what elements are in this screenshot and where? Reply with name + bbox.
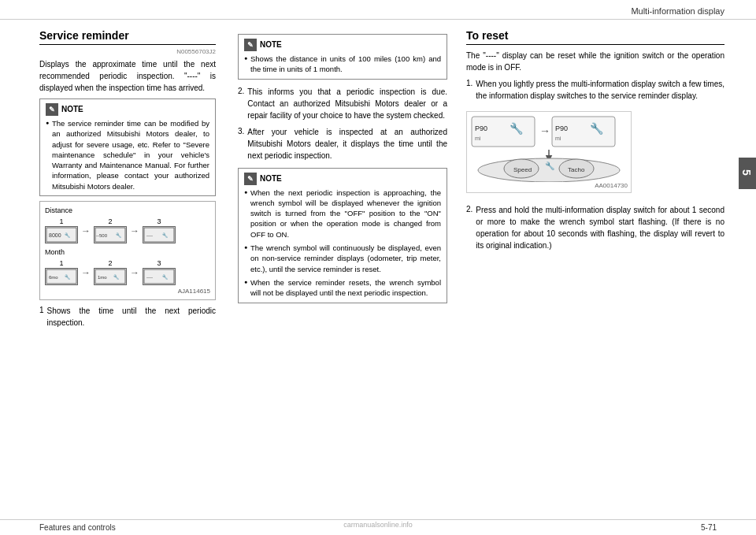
svg-text:P90: P90 — [475, 124, 487, 132]
content-area: Service reminder N00556703J2 Displays th… — [0, 20, 756, 519]
to-reset-text: The "----" display can be reset while th… — [466, 50, 724, 73]
gauge-m3: 3 ---- 🔧 — [143, 259, 176, 285]
step3-mid: 3. After your vehicle is inspected at an… — [238, 126, 447, 162]
diagram-box: Distance 1 8000 🔧 → — [39, 201, 216, 300]
arrow-d2: → — [130, 226, 139, 236]
diagram-caption: AJA114615 — [45, 288, 210, 295]
svg-text:----: ---- — [146, 275, 153, 280]
gauge-svg-m1: 6mo 🔧 — [46, 269, 77, 284]
step1-text: Shows the time until the next periodic i… — [47, 305, 216, 329]
step3-text-mid: After your vehicle is inspected at an au… — [247, 126, 447, 162]
svg-text:🔧: 🔧 — [162, 274, 169, 281]
note-box-2: ✎ NOTE Shows the distance in units of 10… — [238, 34, 447, 80]
step3-num-mid: 3. — [238, 126, 244, 162]
page-container: Multi-information display Service remind… — [0, 0, 756, 535]
step2-text-mid: This informs you that a periodic inspect… — [247, 86, 447, 121]
svg-text:--500: --500 — [96, 233, 108, 238]
svg-text:1mo: 1mo — [98, 275, 107, 280]
step1-text-right: When you lightly press the multi-informa… — [476, 78, 724, 102]
note-label-3: NOTE — [260, 173, 282, 184]
gauge-svg-d1: 8000 🔧 — [46, 227, 77, 243]
arrow-m1: → — [81, 268, 91, 277]
svg-text:6mo: 6mo — [49, 275, 58, 280]
note-bullet-2: Shows the distance in units of 100 miles… — [244, 54, 441, 75]
svg-text:🔧: 🔧 — [65, 232, 71, 239]
gauge-svg-m2: 1mo 🔧 — [94, 269, 126, 284]
svg-text:🔧: 🔧 — [545, 161, 555, 171]
step2-right: 2. Press and hold the multi-information … — [466, 204, 724, 251]
gauge-d2: 2 --500 🔧 — [94, 217, 127, 243]
svg-text:mi: mi — [475, 136, 481, 141]
month-label: Month — [45, 248, 210, 256]
arrow-m2: → — [130, 268, 139, 277]
gauge-d3: 3 ---- 🔧 — [143, 217, 176, 243]
step1-num: 1 — [39, 305, 44, 329]
svg-text:Speed: Speed — [513, 166, 532, 173]
svg-text:🔧: 🔧 — [65, 274, 71, 281]
note-icon-1: ✎ — [46, 103, 58, 116]
gauge-svg-d2: --500 🔧 — [94, 227, 126, 243]
doc-id: N00556703J2 — [39, 48, 216, 55]
to-reset-title: To reset — [466, 29, 724, 45]
note-bullet-3b: The wrench symbol will continuously be d… — [244, 243, 441, 274]
gauge-d1: 1 8000 🔧 — [45, 217, 78, 243]
step1-left: 1 Shows the time until the next periodic… — [39, 305, 216, 329]
footer-left: Features and controls — [39, 523, 116, 532]
left-column: Service reminder N00556703J2 Displays th… — [0, 20, 228, 519]
distance-row: 1 8000 🔧 → 2 — [45, 217, 210, 243]
svg-text:8000: 8000 — [49, 232, 61, 238]
note-icon-3: ✎ — [244, 173, 257, 185]
step1-num-right: 1. — [466, 78, 472, 102]
svg-text:P90: P90 — [555, 124, 568, 132]
footer-right: 5-71 — [701, 523, 717, 532]
note-header-1: ✎ NOTE — [46, 103, 209, 116]
step2-num-right: 2. — [466, 204, 472, 251]
distance-label: Distance — [45, 206, 210, 214]
right-column: To reset The "----" display can be reset… — [457, 20, 756, 519]
note-bullet-3c: When the service reminder resets, the wr… — [244, 277, 441, 299]
svg-text:🔧: 🔧 — [113, 274, 120, 281]
gauge-m1: 1 6mo 🔧 — [45, 259, 78, 285]
step2-text-right: Press and hold the multi-information dis… — [476, 204, 724, 251]
note-box-1: ✎ NOTE The service reminder time can be … — [39, 98, 216, 196]
note-label-1: NOTE — [61, 104, 83, 115]
svg-text:🔧: 🔧 — [590, 122, 604, 136]
svg-text:----: ---- — [146, 233, 153, 238]
arrow-d1: → — [81, 226, 91, 236]
header-bar: Multi-information display — [0, 0, 756, 20]
svg-text:Tacho: Tacho — [568, 166, 585, 173]
note-header-2: ✎ NOTE — [244, 39, 441, 51]
note-bullet-3a: When the next periodic inspection is app… — [244, 188, 441, 240]
note-icon-2: ✎ — [244, 39, 257, 51]
step2-num-mid: 2. — [238, 86, 244, 121]
cluster-svg: P90 mi 🔧 → P90 mi 🔧 — [470, 115, 628, 182]
cluster-image-container: P90 mi 🔧 → P90 mi 🔧 — [466, 111, 632, 193]
cluster-caption: AA0014730 — [470, 182, 628, 189]
middle-column: ✎ NOTE Shows the distance in units of 10… — [228, 20, 457, 519]
gauge-svg-d3: ---- 🔧 — [143, 227, 175, 243]
month-row: 1 6mo 🔧 → 2 — [45, 259, 210, 285]
svg-text:🔧: 🔧 — [510, 122, 524, 136]
svg-text:mi: mi — [555, 136, 561, 141]
chapter-tab: 5 — [739, 158, 756, 189]
gauge-svg-m3: ---- 🔧 — [143, 269, 175, 284]
note-box-3: ✎ NOTE When the next periodic inspection… — [238, 168, 447, 303]
note-bullet-1: The service reminder time can be modifie… — [46, 118, 209, 191]
gauge-m2: 2 1mo 🔧 — [94, 259, 127, 285]
svg-text:🔧: 🔧 — [116, 232, 122, 239]
step1-right: 1. When you lightly press the multi-info… — [466, 78, 724, 102]
intro-text: Displays the approximate time until the … — [39, 58, 216, 94]
note-label-2: NOTE — [260, 39, 282, 50]
watermark: carmanualsonline.info — [343, 521, 413, 529]
header-title: Multi-information display — [631, 6, 724, 16]
section-title: Service reminder — [39, 29, 216, 45]
svg-text:🔧: 🔧 — [162, 232, 169, 239]
step2-mid: 2. This informs you that a periodic insp… — [238, 86, 447, 121]
note-header-3: ✎ NOTE — [244, 173, 441, 185]
svg-text:→: → — [539, 124, 550, 137]
